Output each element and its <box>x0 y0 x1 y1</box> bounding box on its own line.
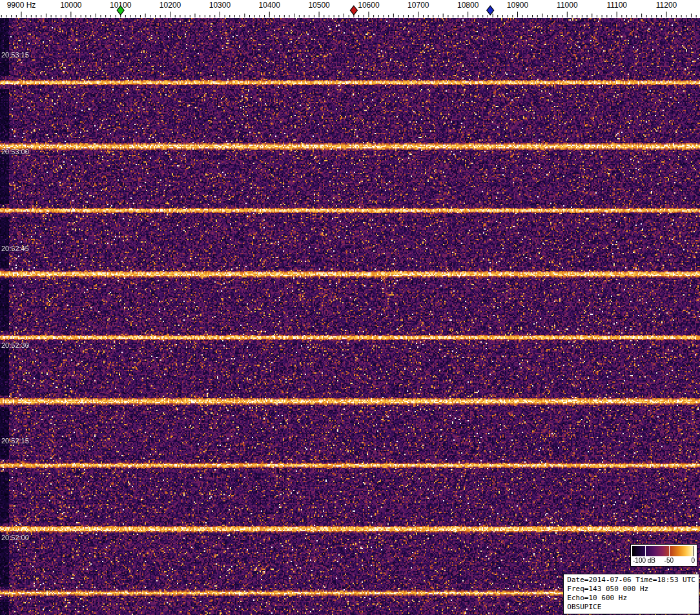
info-line-station: OBSUPICE <box>567 603 695 612</box>
spectrogram-waterfall-window: 9900 Hz100001010010200103001040010500106… <box>0 0 700 615</box>
scale-tick-label: 11000 <box>557 1 578 10</box>
scale-tick-label: 10000 <box>60 1 82 10</box>
spectrogram-canvas[interactable] <box>0 18 700 615</box>
waterfall-area[interactable]: 20:53:1520:53:0020:52:4520:52:3020:52:15… <box>0 18 700 615</box>
colorbar-tick-100 <box>645 546 646 556</box>
info-box: Date=2014-07-06 Time=18:53 UTC Freq=143 … <box>563 574 699 614</box>
scale-tick-label: 11200 <box>656 1 677 10</box>
colorbar-tick-0 <box>693 546 694 556</box>
scale-tick-label: 10700 <box>407 1 429 10</box>
info-line-date: Date=2014-07-06 Time=18:53 UTC <box>567 576 695 585</box>
scale-tick-label: 10600 <box>358 1 380 10</box>
scale-tick-label: 9900 Hz <box>7 1 36 10</box>
colorbar-label-mid: -50 <box>664 557 674 565</box>
scale-tick-label: 10900 <box>507 1 529 10</box>
colorbar-tick-50 <box>669 546 670 556</box>
scale-tick-label: 10200 <box>160 1 181 10</box>
scale-tick-label: 10500 <box>308 1 330 10</box>
scale-tick-label: 10800 <box>457 1 479 10</box>
blue-marker-diamond[interactable] <box>487 6 494 15</box>
scale-tick-label: 10300 <box>209 1 231 10</box>
colorbar-labels: -100 dB -50 0 <box>632 557 695 565</box>
colorbar-label-min: -100 dB <box>633 557 655 565</box>
scale-tick-label: 11100 <box>606 1 627 10</box>
scale-tick-label: 10400 <box>259 1 281 10</box>
info-line-freq: Freq=143 050 000 Hz <box>567 585 695 594</box>
red-marker-diamond[interactable] <box>350 6 357 15</box>
colorbar-gradient <box>632 546 695 556</box>
frequency-scale[interactable]: 9900 Hz100001010010200103001040010500106… <box>0 0 700 18</box>
info-line-echo: Echo=10 600 Hz <box>567 594 695 603</box>
colorbar: -100 dB -50 0 <box>630 544 697 567</box>
colorbar-label-max: 0 <box>691 557 695 565</box>
